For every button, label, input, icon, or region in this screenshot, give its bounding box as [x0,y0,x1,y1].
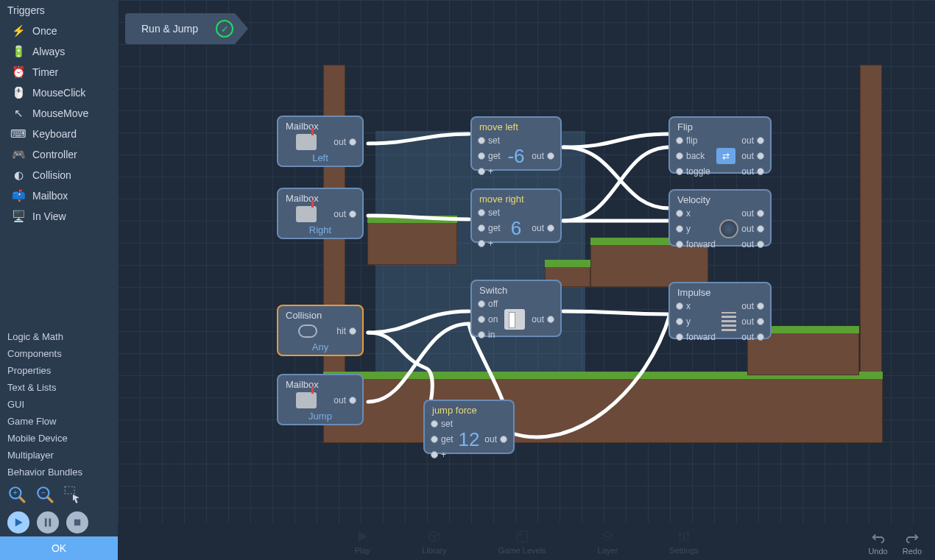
sidebar-category[interactable]: Text & Lists [0,379,118,396]
sidebar-category[interactable]: Components [0,345,118,362]
ok-button[interactable]: OK [0,536,118,560]
bottom-settings[interactable]: Settings [669,528,699,555]
mailbox-icon [296,134,317,150]
node-title: Velocity [670,191,770,207]
bg-tile [860,65,882,374]
node-mailbox-jump[interactable]: Mailbox out Jump [277,374,364,425]
sidebar-item-timer[interactable]: ⏰Timer [0,62,118,82]
trigger-icon: 📫 [12,189,25,202]
node-title: Switch [472,281,560,297]
trigger-icon: ↖ [12,107,25,120]
canvas[interactable]: Mailbox out Left Mailbox out Right Colli… [118,0,935,523]
node-move-right[interactable]: move right set get + 6 out [470,188,562,243]
node-title: move right [472,190,560,206]
sidebar-category[interactable]: Multiplayer [0,447,118,464]
playback-controls [0,508,118,536]
trigger-icon: 🎮 [12,148,25,161]
bg-grass [545,260,590,267]
bottom-layer[interactable]: Layer [598,528,618,555]
node-foot[interactable]: Left [278,150,362,166]
sidebar-item-mailbox[interactable]: 📫Mailbox [0,185,118,206]
sidebar-category[interactable]: Logic & Math [0,328,118,345]
svg-point-15 [679,533,682,536]
bottom-levels[interactable]: Game Levels [498,528,546,555]
sidebar-item-label: Collision [32,169,71,181]
sidebar-item-mouseclick[interactable]: 🖱️MouseClick [0,82,118,103]
select-tool-icon[interactable] [63,485,82,504]
sidebar-category[interactable]: GUI [0,396,118,413]
node-title: jump force [425,401,513,417]
node-title: Mailbox [278,375,362,391]
svg-line-4 [47,497,53,503]
sidebar-item-label: Once [32,25,57,37]
collision-icon [298,325,317,338]
node-mailbox-right[interactable]: Mailbox out Right [277,188,364,239]
zoom-out-icon[interactable]: − [35,485,54,504]
node-jump-force[interactable]: jump force set get + 12 out [423,400,515,454]
sidebar-item-label: Timer [32,66,58,78]
value[interactable]: -6 [507,145,524,168]
node-title: Flip [670,118,770,134]
svg-rect-7 [45,518,47,526]
value[interactable]: 6 [511,217,521,240]
node-mailbox-left[interactable]: Mailbox out Left [277,116,364,167]
sidebar-item-label: Keyboard [32,128,77,140]
value[interactable]: 12 [459,428,480,451]
spring-icon [721,312,736,331]
zoom-tools: + − [0,481,118,508]
gauge-icon [719,219,738,238]
sidebar-item-in view[interactable]: 🖥️In View [0,206,118,227]
svg-point-16 [682,537,685,540]
sidebar-item-mousemove[interactable]: ↖MouseMove [0,103,118,124]
svg-rect-9 [74,520,80,525]
switch-icon [504,309,525,330]
node-collision[interactable]: Collision hit Any [277,305,364,356]
node-foot[interactable]: Jump [278,408,362,424]
sidebar-item-collision[interactable]: ◐Collision [0,165,118,185]
sidebar-item-keyboard[interactable]: ⌨Keyboard [0,124,118,144]
node-title: Collision [278,306,362,322]
svg-rect-8 [49,518,51,526]
svg-text:−: − [41,488,46,497]
trigger-icon: ⏰ [12,65,25,79]
sidebar-category[interactable]: Properties [0,362,118,379]
trigger-icon: 🔋 [12,45,25,58]
sidebar-item-label: MouseMove [32,107,88,119]
sidebar-item-controller[interactable]: 🎮Controller [0,144,118,165]
svg-point-11 [519,533,522,536]
undo-button[interactable]: Undo [868,529,887,556]
node-move-left[interactable]: move left set get + -6 out [470,116,562,171]
sidebar-item-once[interactable]: ⚡Once [0,21,118,41]
sidebar-item-label: MouseClick [32,87,85,99]
sidebar-category[interactable]: Mobile Device [0,430,118,447]
bottom-play[interactable]: Play [354,528,370,555]
svg-line-1 [19,497,25,503]
node-title: Mailbox [278,117,362,133]
node-title: move left [472,118,560,134]
mailbox-icon [296,206,317,222]
svg-text:+: + [13,488,18,497]
node-foot[interactable]: Right [278,222,362,238]
zoom-in-icon[interactable]: + [7,485,27,504]
check-icon: ✓ [216,20,233,38]
bottom-library[interactable]: Library [422,528,447,555]
stop-button[interactable] [66,511,88,534]
play-button[interactable] [7,511,29,534]
sidebar-item-label: In View [32,210,66,222]
node-flip[interactable]: Flip flip back toggle ⇄ out out out [668,116,772,174]
mailbox-icon [296,392,317,408]
pause-button[interactable] [37,511,59,534]
node-switch[interactable]: Switch off on in out [470,280,562,337]
sidebar: Triggers ⚡Once🔋Always⏰Timer🖱️MouseClick↖… [0,0,118,560]
sidebar-item-label: Mailbox [32,190,68,202]
sidebar-item-always[interactable]: 🔋Always [0,41,118,62]
node-impulse[interactable]: Impulse x y forward out out out [668,282,772,339]
sidebar-category[interactable]: Game Flow [0,413,118,430]
redo-button[interactable]: Redo [903,529,922,556]
node-foot[interactable]: Any [278,339,362,355]
bottom-bar: Play Library Game Levels Layer Settings … [118,523,935,560]
sidebar-category[interactable]: Behavior Bundles [0,464,118,481]
node-velocity[interactable]: Velocity x y forward out out out [668,189,772,247]
svg-rect-10 [517,531,528,542]
behavior-tab[interactable]: Run & Jump ✓ [125,13,248,44]
